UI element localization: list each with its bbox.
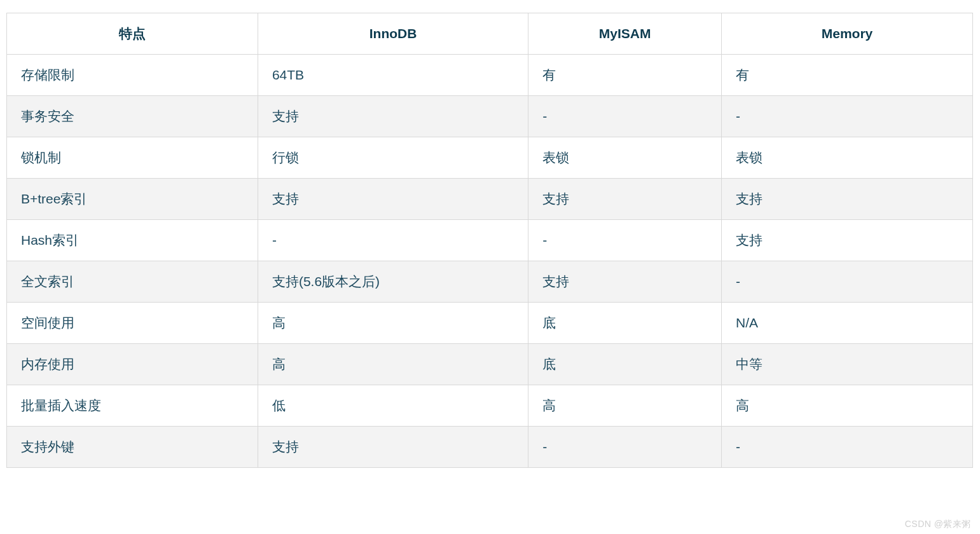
cell-memory: 支持 [722,179,973,220]
cell-innodb: - [258,220,528,261]
cell-myisam: 支持 [528,261,722,303]
cell-memory: 有 [722,55,973,96]
cell-feature: 存储限制 [7,55,258,96]
table-row: 内存使用 高 底 中等 [7,344,973,385]
table-header-memory: Memory [722,13,973,55]
cell-feature: 支持外键 [7,427,258,468]
cell-innodb: 行锁 [258,137,528,179]
table-row: 存储限制 64TB 有 有 [7,55,973,96]
cell-memory: 高 [722,385,973,427]
table-header-row: 特点 InnoDB MyISAM Memory [7,13,973,55]
cell-feature: 空间使用 [7,303,258,344]
cell-innodb: 高 [258,344,528,385]
cell-innodb: 支持 [258,427,528,468]
cell-innodb: 支持(5.6版本之后) [258,261,528,303]
cell-myisam: 高 [528,385,722,427]
table-header-feature: 特点 [7,13,258,55]
cell-myisam: 有 [528,55,722,96]
cell-myisam: 支持 [528,179,722,220]
table-row: 批量插入速度 低 高 高 [7,385,973,427]
cell-innodb: 64TB [258,55,528,96]
cell-innodb: 低 [258,385,528,427]
table-row: B+tree索引 支持 支持 支持 [7,179,973,220]
table-header-myisam: MyISAM [528,13,722,55]
cell-myisam: 底 [528,303,722,344]
table-row: 支持外键 支持 - - [7,427,973,468]
cell-feature: Hash索引 [7,220,258,261]
cell-memory: - [722,261,973,303]
cell-feature: B+tree索引 [7,179,258,220]
cell-innodb: 支持 [258,96,528,137]
table-row: 全文索引 支持(5.6版本之后) 支持 - [7,261,973,303]
cell-feature: 全文索引 [7,261,258,303]
cell-memory: - [722,96,973,137]
cell-memory: 支持 [722,220,973,261]
cell-memory: 中等 [722,344,973,385]
table-header-innodb: InnoDB [258,13,528,55]
cell-memory: - [722,427,973,468]
cell-myisam: 表锁 [528,137,722,179]
cell-myisam: - [528,220,722,261]
cell-myisam: 底 [528,344,722,385]
table-row: Hash索引 - - 支持 [7,220,973,261]
cell-feature: 内存使用 [7,344,258,385]
cell-innodb: 支持 [258,179,528,220]
cell-myisam: - [528,96,722,137]
cell-feature: 锁机制 [7,137,258,179]
table-row: 事务安全 支持 - - [7,96,973,137]
cell-feature: 事务安全 [7,96,258,137]
cell-feature: 批量插入速度 [7,385,258,427]
cell-myisam: - [528,427,722,468]
table-row: 锁机制 行锁 表锁 表锁 [7,137,973,179]
cell-innodb: 高 [258,303,528,344]
storage-engine-comparison-table: 特点 InnoDB MyISAM Memory 存储限制 64TB 有 有 事务… [6,13,973,468]
cell-memory: N/A [722,303,973,344]
cell-memory: 表锁 [722,137,973,179]
table-row: 空间使用 高 底 N/A [7,303,973,344]
